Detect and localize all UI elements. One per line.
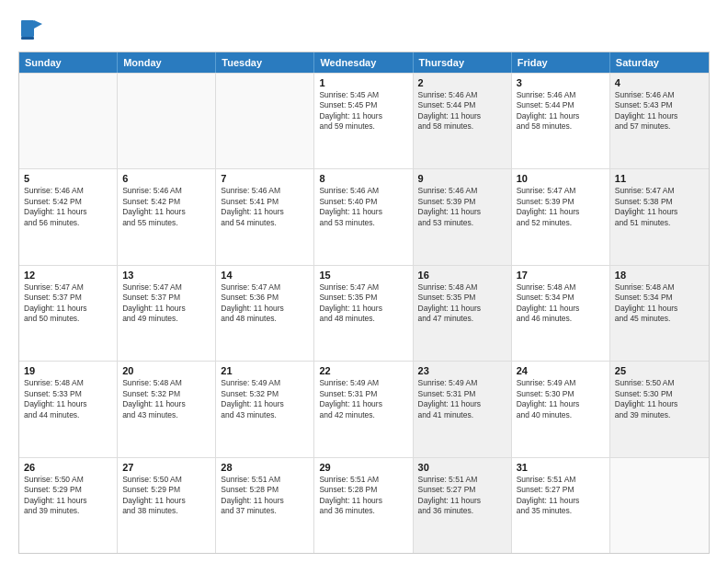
weekday-header: Saturday xyxy=(610,52,709,73)
weekday-header: Monday xyxy=(118,52,216,73)
cell-line: Sunrise: 5:46 AM xyxy=(24,186,112,196)
cell-line: Daylight: 11 hours xyxy=(24,399,112,409)
day-number: 5 xyxy=(24,173,112,184)
calendar-cell: 12Sunrise: 5:47 AMSunset: 5:37 PMDayligh… xyxy=(19,266,118,361)
day-number: 13 xyxy=(122,270,210,281)
calendar-cell: 30Sunrise: 5:51 AMSunset: 5:27 PMDayligh… xyxy=(414,458,512,553)
day-number: 28 xyxy=(221,462,309,473)
cell-line: Sunset: 5:27 PM xyxy=(517,485,605,495)
cell-line: Daylight: 11 hours xyxy=(615,111,704,121)
calendar-cell: 22Sunrise: 5:49 AMSunset: 5:31 PMDayligh… xyxy=(314,362,413,456)
day-number: 3 xyxy=(517,77,605,88)
calendar-cell: 21Sunrise: 5:49 AMSunset: 5:32 PMDayligh… xyxy=(216,362,314,456)
cell-line: Daylight: 11 hours xyxy=(24,304,112,314)
cell-line: Sunrise: 5:48 AM xyxy=(615,282,704,293)
cell-line: Sunrise: 5:51 AM xyxy=(221,475,309,485)
day-number: 20 xyxy=(122,365,210,376)
calendar-cell: 28Sunrise: 5:51 AMSunset: 5:28 PMDayligh… xyxy=(216,458,314,553)
calendar-cell: 27Sunrise: 5:50 AMSunset: 5:29 PMDayligh… xyxy=(118,458,216,553)
calendar-cell: 6Sunrise: 5:46 AMSunset: 5:42 PMDaylight… xyxy=(118,169,216,264)
calendar-row: 5Sunrise: 5:46 AMSunset: 5:42 PMDaylight… xyxy=(19,168,709,264)
calendar-cell: 14Sunrise: 5:47 AMSunset: 5:36 PMDayligh… xyxy=(216,266,314,361)
cell-line: and 44 minutes. xyxy=(24,410,112,420)
cell-line: Daylight: 11 hours xyxy=(517,304,605,314)
cell-line: Sunrise: 5:47 AM xyxy=(24,282,112,293)
cell-line: Sunrise: 5:49 AM xyxy=(319,378,407,388)
day-number: 10 xyxy=(517,173,605,184)
logo-icon xyxy=(18,17,48,46)
calendar-cell xyxy=(216,74,314,168)
calendar-cell: 4Sunrise: 5:46 AMSunset: 5:43 PMDaylight… xyxy=(610,74,709,168)
day-number: 11 xyxy=(615,173,704,184)
calendar-cell: 19Sunrise: 5:48 AMSunset: 5:33 PMDayligh… xyxy=(19,362,118,456)
cell-line: and 40 minutes. xyxy=(517,410,605,420)
calendar: SundayMondayTuesdayWednesdayThursdayFrid… xyxy=(18,52,710,554)
cell-line: Sunset: 5:41 PM xyxy=(221,197,309,207)
cell-line: and 36 minutes. xyxy=(319,506,407,516)
calendar-cell: 5Sunrise: 5:46 AMSunset: 5:42 PMDaylight… xyxy=(19,169,118,264)
page: SundayMondayTuesdayWednesdayThursdayFrid… xyxy=(0,0,728,563)
calendar-cell: 2Sunrise: 5:46 AMSunset: 5:44 PMDaylight… xyxy=(414,74,512,168)
calendar-cell: 10Sunrise: 5:47 AMSunset: 5:39 PMDayligh… xyxy=(512,169,610,264)
cell-line: and 58 minutes. xyxy=(517,121,605,132)
day-number: 1 xyxy=(319,77,407,88)
day-number: 2 xyxy=(418,77,506,88)
calendar-cell xyxy=(610,458,709,553)
cell-line: and 52 minutes. xyxy=(517,218,605,228)
cell-line: Daylight: 11 hours xyxy=(418,399,506,409)
cell-line: Sunset: 5:40 PM xyxy=(319,197,407,207)
weekday-header: Thursday xyxy=(414,52,512,73)
cell-line: Sunrise: 5:47 AM xyxy=(221,282,309,293)
cell-line: Sunrise: 5:48 AM xyxy=(24,378,112,388)
cell-line: Daylight: 11 hours xyxy=(221,496,309,506)
cell-line: Sunrise: 5:47 AM xyxy=(517,186,605,196)
cell-line: Sunset: 5:38 PM xyxy=(615,197,704,207)
cell-line: Sunset: 5:33 PM xyxy=(24,389,112,399)
cell-line: and 50 minutes. xyxy=(24,314,112,324)
calendar-cell: 23Sunrise: 5:49 AMSunset: 5:31 PMDayligh… xyxy=(414,362,512,456)
cell-line: Sunset: 5:31 PM xyxy=(418,389,506,399)
cell-line: Daylight: 11 hours xyxy=(122,496,210,506)
day-number: 7 xyxy=(221,173,309,184)
day-number: 27 xyxy=(122,462,210,473)
cell-line: Daylight: 11 hours xyxy=(221,399,309,409)
cell-line: and 51 minutes. xyxy=(615,218,704,228)
cell-line: Sunset: 5:43 PM xyxy=(615,100,704,110)
logo xyxy=(18,17,51,46)
calendar-row: 1Sunrise: 5:45 AMSunset: 5:45 PMDaylight… xyxy=(19,73,709,168)
cell-line: Sunrise: 5:47 AM xyxy=(615,186,704,196)
cell-line: Sunrise: 5:45 AM xyxy=(319,90,407,100)
cell-line: and 37 minutes. xyxy=(221,506,309,516)
cell-line: Sunset: 5:28 PM xyxy=(221,485,309,495)
calendar-cell xyxy=(118,74,216,168)
day-number: 12 xyxy=(24,270,112,281)
cell-line: Daylight: 11 hours xyxy=(319,207,407,217)
weekday-header: Wednesday xyxy=(314,52,413,73)
calendar-cell: 7Sunrise: 5:46 AMSunset: 5:41 PMDaylight… xyxy=(216,169,314,264)
calendar-row: 12Sunrise: 5:47 AMSunset: 5:37 PMDayligh… xyxy=(19,265,709,361)
cell-line: Daylight: 11 hours xyxy=(24,496,112,506)
cell-line: Sunset: 5:27 PM xyxy=(418,485,506,495)
calendar-cell xyxy=(19,74,118,168)
cell-line: Daylight: 11 hours xyxy=(221,207,309,217)
weekday-header: Tuesday xyxy=(216,52,314,73)
cell-line: Sunset: 5:34 PM xyxy=(517,293,605,303)
day-number: 31 xyxy=(517,462,605,473)
cell-line: and 43 minutes. xyxy=(122,410,210,420)
cell-line: and 43 minutes. xyxy=(221,410,309,420)
calendar-cell: 25Sunrise: 5:50 AMSunset: 5:30 PMDayligh… xyxy=(610,362,709,456)
cell-line: Sunrise: 5:50 AM xyxy=(24,475,112,485)
cell-line: Daylight: 11 hours xyxy=(418,111,506,121)
svg-rect-3 xyxy=(21,37,34,40)
cell-line: and 59 minutes. xyxy=(319,121,407,132)
calendar-cell: 24Sunrise: 5:49 AMSunset: 5:30 PMDayligh… xyxy=(512,362,610,456)
cell-line: Sunrise: 5:50 AM xyxy=(122,475,210,485)
cell-line: Daylight: 11 hours xyxy=(517,399,605,409)
cell-line: Daylight: 11 hours xyxy=(319,496,407,506)
cell-line: Sunset: 5:39 PM xyxy=(517,197,605,207)
cell-line: Sunset: 5:32 PM xyxy=(122,389,210,399)
cell-line: Daylight: 11 hours xyxy=(319,111,407,121)
cell-line: Sunset: 5:37 PM xyxy=(24,293,112,303)
day-number: 4 xyxy=(615,77,704,88)
day-number: 15 xyxy=(319,270,407,281)
